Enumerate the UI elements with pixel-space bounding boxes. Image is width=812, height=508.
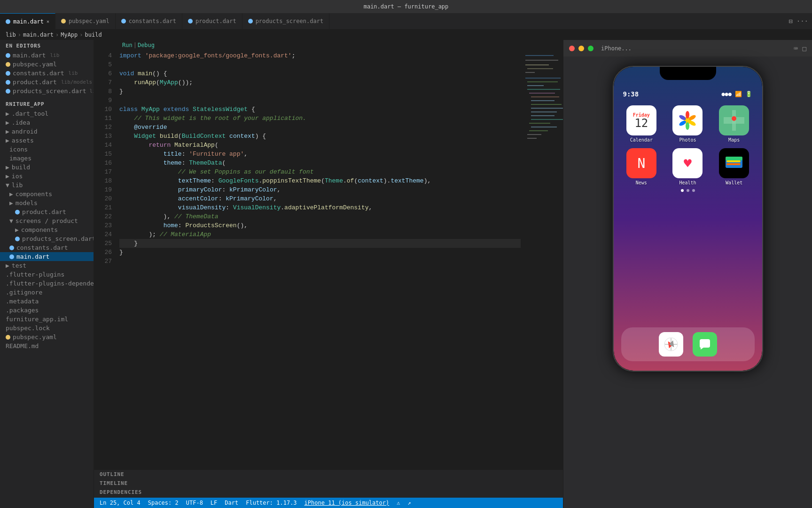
tree-assets[interactable]: ▶ assets	[0, 136, 94, 145]
tree-metadata[interactable]: .metadata	[0, 297, 94, 306]
open-editor-product-label: product.dart	[13, 79, 57, 86]
tree-readme[interactable]: README.md	[0, 341, 94, 350]
dock-safari[interactable]	[659, 332, 683, 357]
dependencies-panel[interactable]: DEPENDENCIES	[94, 488, 563, 497]
app-photos-icon	[672, 105, 703, 135]
timeline-panel[interactable]: TIMELINE	[94, 479, 563, 488]
status-external-link-icon[interactable]: ↗	[407, 500, 411, 506]
health-icon-symbol: ♥	[684, 156, 692, 171]
tab-main-dart[interactable]: main.dart ✕	[0, 13, 55, 29]
status-device[interactable]: iPhone 11 (ios simulator)	[304, 500, 390, 506]
file-icon-products-screen	[6, 89, 10, 94]
dock-messages[interactable]	[693, 332, 717, 357]
sim-minimize-button[interactable]	[578, 46, 584, 51]
tree-furniture-iml[interactable]: furniture_app.iml	[0, 315, 94, 324]
open-editor-products-screen[interactable]: products_screen.dart lib/screens/...	[0, 87, 94, 95]
tree-icons[interactable]: icons	[0, 145, 94, 154]
breadcrumb-sep3: ›	[79, 32, 83, 38]
tree-components2[interactable]: ▶ components	[0, 225, 94, 234]
code-editor[interactable]: 4 5 6 7 8 9 10 11 12 13 14 15 16 17 18 1…	[94, 50, 563, 469]
svg-rect-4	[527, 68, 553, 69]
breadcrumb-myapp[interactable]: MyApp	[61, 32, 78, 38]
tree-build[interactable]: ▶ build	[0, 163, 94, 172]
status-line-ending: LF	[211, 500, 217, 506]
debug-link[interactable]: Debug	[138, 42, 155, 48]
open-editor-product[interactable]: product.dart lib/models	[0, 78, 94, 87]
tree-ios[interactable]: ▶ ios	[0, 172, 94, 181]
breadcrumb-build[interactable]: build	[85, 32, 102, 38]
tab-pubspec-yaml[interactable]: pubspec.yaml	[55, 13, 116, 29]
tree-flutter-plugins-dep[interactable]: .flutter-plugins-dependencies	[0, 279, 94, 288]
tree-products-screen[interactable]: products_screen.dart	[0, 234, 94, 243]
tree-pubspec-yaml[interactable]: pubspec.yaml	[0, 333, 94, 341]
tree-gitignore[interactable]: .gitignore	[0, 288, 94, 297]
tree-constants-label: constants.dart	[16, 244, 68, 251]
chevron-dart-tool: ▶	[6, 110, 9, 117]
open-editor-constants[interactable]: constants.dart lib	[0, 69, 94, 78]
more-actions-button[interactable]: ···	[796, 17, 808, 25]
svg-point-24	[686, 111, 689, 119]
app-health-wrapper[interactable]: ♥ Health	[667, 148, 708, 185]
tab-constants-dart[interactable]: constants.dart	[116, 13, 182, 29]
app-calendar-wrapper[interactable]: Friday 12 Calendar	[621, 105, 662, 143]
tree-main-dart[interactable]: main.dart	[0, 252, 94, 261]
tree-dart-tool[interactable]: ▶ .dart_tool	[0, 109, 94, 118]
sim-maximize-button[interactable]	[588, 46, 593, 51]
chevron-test: ▶	[6, 262, 9, 269]
tree-metadata-label: .metadata	[6, 298, 39, 305]
news-icon-symbol: N	[637, 156, 645, 171]
code-line-19: primaryColor: kPrimaryColor,	[119, 185, 521, 194]
simulator-panel: iPhone... ⌨ □ 9:38 ●●● 📶 🔋	[563, 40, 812, 508]
open-editor-pubspec[interactable]: pubspec.yaml	[0, 60, 94, 69]
tree-flutter-plugins[interactable]: .flutter-plugins	[0, 270, 94, 279]
open-editor-main-dart-label: main.dart	[13, 52, 46, 59]
iphone-status-row: 9:38 ●●● 📶 🔋	[621, 90, 755, 102]
tree-constants-icon	[9, 246, 14, 250]
tree-product-dart[interactable]: product.dart	[0, 207, 94, 216]
tree-pubspec-yaml-label: pubspec.yaml	[13, 333, 57, 341]
app-wallet-wrapper[interactable]: Wallet	[714, 148, 755, 185]
tab-label-pubspec: pubspec.yaml	[69, 18, 109, 24]
tree-idea[interactable]: ▶ .idea	[0, 118, 94, 127]
tree-components[interactable]: ▶ components	[0, 190, 94, 198]
svg-rect-14	[531, 108, 563, 109]
status-bar: Ln 25, Col 4 Spaces: 2 UTF-8 LF Dart Flu…	[94, 498, 563, 508]
tree-android[interactable]: ▶ android	[0, 127, 94, 136]
tab-label-products-screen: products_screen.dart	[256, 18, 324, 24]
run-link[interactable]: Run	[122, 42, 133, 48]
wallet-svg	[726, 157, 742, 170]
open-editor-main-dart[interactable]: main.dart lib	[0, 51, 94, 60]
file-icon-constants	[6, 71, 10, 76]
code-line-12: @override	[119, 123, 521, 132]
sim-icon2[interactable]: □	[803, 45, 806, 52]
tab-close-main-dart[interactable]: ✕	[47, 19, 49, 24]
code-line-21: visualDensity: VisualDensity.adaptivePla…	[119, 203, 521, 212]
split-editor-button[interactable]: ⊟	[789, 17, 792, 25]
iphone-home-screen: 9:38 ●●● 📶 🔋 Friday 12 Calen	[614, 67, 762, 371]
tree-test[interactable]: ▶ test	[0, 261, 94, 270]
tree-constants-dart[interactable]: constants.dart	[0, 243, 94, 252]
tab-product-dart[interactable]: product.dart	[182, 13, 242, 29]
tree-images-label: images	[9, 155, 31, 162]
tree-images[interactable]: images	[0, 154, 94, 163]
run-debug-bar: Run | Debug	[94, 40, 563, 50]
breadcrumb-lib[interactable]: lib	[6, 32, 16, 38]
app-news-wrapper[interactable]: N News	[621, 148, 662, 185]
tree-idea-label: .idea	[12, 119, 30, 126]
svg-rect-16	[531, 115, 554, 116]
tree-models[interactable]: ▶ models	[0, 198, 94, 207]
outline-panel[interactable]: OUTLINE	[94, 470, 563, 479]
app-photos-wrapper[interactable]: Photos	[667, 105, 708, 143]
tree-pubspec-lock[interactable]: pubspec.lock	[0, 324, 94, 333]
code-line-11: // This widget is the root of your appli…	[119, 114, 521, 123]
iphone-notch	[660, 67, 716, 80]
breadcrumb-main-dart[interactable]: main.dart	[23, 32, 54, 38]
sim-icon1[interactable]: ⌨	[794, 45, 797, 52]
svg-rect-7	[527, 81, 558, 82]
tree-screens-product[interactable]: ▼ screens / product	[0, 216, 94, 225]
tree-lib[interactable]: ▼ lib	[0, 181, 94, 190]
tab-products-screen-dart[interactable]: products_screen.dart	[242, 13, 330, 29]
sim-close-button[interactable]	[569, 46, 575, 51]
tree-packages[interactable]: .packages	[0, 306, 94, 315]
app-maps-wrapper[interactable]: Maps	[714, 105, 755, 143]
